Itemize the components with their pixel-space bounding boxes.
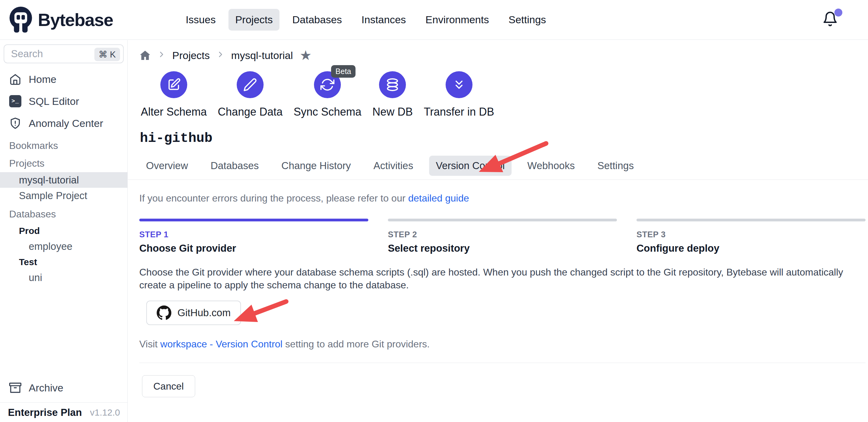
sidebar-footer: Enterprise Plan v1.12.0 [0, 402, 127, 422]
chevron-right-icon [157, 50, 166, 61]
search-box[interactable]: ⌘ K [4, 44, 124, 63]
action-label: Sync Schema [293, 106, 361, 118]
transfer-in-db-circle [445, 71, 472, 98]
terminal-icon: >_ [9, 95, 21, 107]
sidebar-section-projects: Projects [0, 154, 127, 172]
brand-name: Bytebase [38, 9, 113, 30]
favorite-star-icon[interactable]: ★ [300, 49, 312, 62]
sidebar-db-uni[interactable]: uni [0, 270, 127, 285]
sidebar-item-label: Archive [29, 382, 63, 394]
breadcrumb: Projects mysql-tutorial ★ [139, 49, 868, 62]
tab-overview[interactable]: Overview [139, 156, 195, 176]
sidebar-archive-wrap: Archive [0, 377, 127, 399]
alter-schema-button[interactable]: Alter Schema [141, 71, 207, 118]
tab-activities[interactable]: Activities [367, 156, 420, 176]
nav-item-settings[interactable]: Settings [502, 9, 553, 31]
home-icon [139, 50, 151, 61]
sidebar-env-prod[interactable]: Prod [0, 223, 127, 238]
nav-item-databases[interactable]: Databases [285, 9, 349, 31]
edit-square-icon [167, 78, 181, 92]
tab-databases[interactable]: Databases [204, 156, 266, 176]
nav-item-projects[interactable]: Projects [228, 9, 279, 31]
sync-schema-button[interactable]: Beta Sync Schema [293, 71, 361, 118]
chevron-right-icon [216, 50, 225, 61]
visit-suffix: setting to add more Git providers. [282, 339, 430, 349]
section-divider [139, 363, 866, 363]
sidebar-item-anomaly-center[interactable]: Anomaly Center [0, 112, 127, 134]
notification-unread-dot [834, 8, 842, 17]
breadcrumb-home-button[interactable] [139, 50, 151, 61]
change-data-button[interactable]: Change Data [218, 71, 282, 118]
action-label: Alter Schema [141, 106, 207, 118]
quick-actions: Alter Schema Change Data Beta Sync Schem… [141, 71, 868, 118]
step-description: Choose the Git provider where your datab… [139, 266, 868, 291]
github-icon [157, 306, 171, 320]
breadcrumb-current-project[interactable]: mysql-tutorial [231, 50, 293, 61]
search-input[interactable] [11, 48, 84, 60]
alter-schema-circle [160, 71, 187, 98]
top-bar: Bytebase Issues Projects Databases Insta… [0, 0, 868, 40]
cancel-button[interactable]: Cancel [142, 375, 195, 397]
sidebar-item-archive[interactable]: Archive [0, 377, 127, 399]
nav-item-environments[interactable]: Environments [419, 9, 496, 31]
tab-settings[interactable]: Settings [591, 156, 641, 176]
shield-alert-icon [9, 117, 21, 129]
step-progress: STEP 1 Choose Git provider STEP 2 Select… [139, 219, 866, 254]
github-provider-button[interactable]: GitHub.com [146, 301, 241, 325]
sidebar-item-label: Anomaly Center [29, 117, 103, 129]
sidebar-item-home[interactable]: Home [0, 68, 127, 90]
project-tabs: Overview Databases Change History Activi… [128, 156, 868, 180]
change-data-circle [237, 71, 264, 98]
sidebar-project-sample-project[interactable]: Sample Project [0, 188, 127, 203]
tab-change-history[interactable]: Change History [275, 156, 357, 176]
sync-schema-circle: Beta [314, 71, 341, 98]
sync-icon [320, 78, 335, 92]
brand-logo[interactable]: Bytebase [8, 6, 113, 34]
project-title: hi-github [140, 131, 868, 146]
nav-item-instances[interactable]: Instances [355, 9, 413, 31]
nav-item-issues[interactable]: Issues [179, 9, 222, 31]
sidebar-env-test[interactable]: Test [0, 254, 127, 270]
step-1-title: Choose Git provider [139, 243, 368, 254]
search-shortcut-kbd: ⌘ K [94, 48, 120, 61]
archive-icon [9, 382, 21, 394]
step-2-bar [388, 219, 617, 221]
action-label: Transfer in DB [424, 106, 494, 118]
sidebar-project-mysql-tutorial[interactable]: mysql-tutorial [0, 172, 127, 188]
new-db-button[interactable]: New DB [372, 71, 413, 118]
plan-label[interactable]: Enterprise Plan [8, 407, 82, 418]
home-icon [9, 73, 21, 85]
visit-line: Visit workspace - Version Control settin… [139, 339, 868, 350]
sidebar-item-sql-editor[interactable]: >_ SQL Editor [0, 90, 127, 112]
visit-prefix: Visit [139, 339, 160, 349]
arrow-to-github-button [235, 302, 286, 322]
sidebar-db-employee[interactable]: employee [0, 238, 127, 254]
main-nav: Issues Projects Databases Instances Envi… [179, 9, 553, 31]
step-3-bar [637, 219, 866, 221]
step-1-label: STEP 1 [139, 230, 368, 240]
sidebar-item-label: SQL Editor [29, 95, 79, 107]
step-2-title: Select repository [388, 243, 617, 254]
database-icon [385, 78, 400, 92]
bytebase-logo-icon [8, 6, 33, 34]
breadcrumb-projects[interactable]: Projects [172, 50, 210, 61]
step-3-label: STEP 3 [637, 230, 866, 240]
step-1-bar [139, 219, 368, 221]
tab-webhooks[interactable]: Webhooks [521, 156, 582, 176]
tab-version-control[interactable]: Version Control [429, 156, 512, 176]
chevrons-down-icon [452, 78, 466, 92]
workspace-version-control-link[interactable]: workspace - Version Control [160, 339, 282, 349]
new-db-circle [379, 71, 406, 98]
help-line: If you encounter errors during the proce… [139, 193, 868, 204]
help-text: If you encounter errors during the proce… [139, 193, 408, 204]
sidebar-section-databases: Databases [0, 205, 127, 223]
sidebar-section-bookmarks: Bookmarks [0, 137, 127, 154]
step-2: STEP 2 Select repository [388, 219, 617, 254]
sidebar-item-label: Home [29, 74, 57, 85]
transfer-in-db-button[interactable]: Transfer in DB [424, 71, 494, 118]
detailed-guide-link[interactable]: detailed guide [408, 193, 469, 204]
beta-badge: Beta [331, 65, 355, 78]
notification-bell-button[interactable] [822, 11, 840, 29]
sidebar-nav: Home >_ SQL Editor Anomaly Center Bookma… [0, 68, 127, 285]
version-label: v1.12.0 [90, 407, 120, 418]
